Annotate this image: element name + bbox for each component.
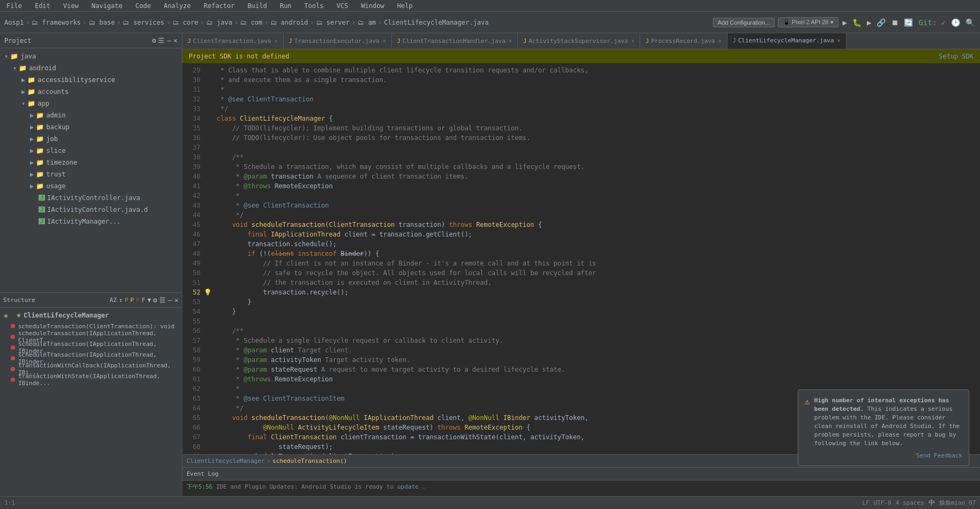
- tab-close-icon[interactable]: ×: [718, 38, 722, 44]
- breadcrumb-am[interactable]: 🗂 am: [358, 19, 376, 26]
- breadcrumb-aosp[interactable]: Aosp1: [4, 19, 24, 26]
- update-link[interactable]: update: [397, 483, 419, 490]
- structure-method-6[interactable]: transactionWithState(IApplicationThread,…: [0, 374, 182, 385]
- tree-accounts[interactable]: ▶ 📁 accounts: [0, 86, 182, 98]
- close-icon[interactable]: ×: [174, 296, 179, 304]
- menu-refactor[interactable]: Refactor: [202, 2, 237, 10]
- breadcrumb-frameworks[interactable]: 🗂 frameworks: [32, 19, 80, 26]
- filter-icon[interactable]: ▼: [147, 297, 151, 304]
- tree-job[interactable]: ▶ 📁 job: [0, 133, 182, 145]
- clock-icon[interactable]: 🕐: [950, 17, 961, 28]
- tree-trust[interactable]: ▶ 📁 trust: [0, 168, 182, 180]
- tree-backup[interactable]: ▶ 📁 backup: [0, 121, 182, 133]
- ime-label[interactable]: 中: [929, 498, 935, 507]
- event-log-header[interactable]: Event Log: [182, 468, 980, 481]
- tab-transaction-executor[interactable]: J TransactionExecutor.java ×: [284, 33, 392, 49]
- class-open-icon: ●: [4, 313, 8, 319]
- panel-gear-icon[interactable]: ⚙: [152, 36, 157, 45]
- tree-accessibilityservice[interactable]: ▶ 📁 accessibilityservice: [0, 74, 182, 86]
- private-icon[interactable]: P: [136, 297, 140, 304]
- panel-settings-icon[interactable]: ☰: [158, 36, 165, 45]
- menu-vcs[interactable]: VCS: [335, 2, 351, 10]
- tab-close-icon[interactable]: ×: [837, 38, 841, 43]
- run-button[interactable]: ▶: [842, 17, 848, 28]
- tab-client-transaction[interactable]: J ClientTransaction.java ×: [182, 33, 284, 49]
- gutter-icon-52[interactable]: 💡: [204, 287, 211, 297]
- tab-activity-stack-supervisor[interactable]: J ActivityStackSupervisor.java ×: [518, 33, 641, 49]
- add-configuration-button[interactable]: Add Configuration...: [713, 18, 775, 27]
- folder-icon: 📁: [36, 182, 44, 190]
- class-dot: [17, 314, 20, 317]
- menu-window[interactable]: Window: [359, 2, 386, 10]
- menu-analyze[interactable]: Analyze: [161, 2, 193, 10]
- tab-close-icon[interactable]: ×: [383, 38, 386, 44]
- setup-sdk-link[interactable]: Setup SDK: [939, 53, 974, 60]
- debug-button[interactable]: 🐛: [851, 17, 863, 28]
- event-log: Event Log 下午5:56 IDE and Plugin Updates:…: [182, 467, 980, 496]
- tree-iactivitymanager[interactable]: 🅹 IActivityManager...: [0, 216, 182, 227]
- menu-code[interactable]: Code: [133, 2, 153, 10]
- menu-help[interactable]: Help: [395, 2, 415, 10]
- structure-toolbar: Structure AZ ↕ P P P F ▼ ⚙ ☰ — ×: [0, 293, 182, 308]
- menu-view[interactable]: View: [61, 2, 81, 10]
- tree-slice[interactable]: ▶ 📁 slice: [0, 145, 182, 157]
- breadcrumb-java[interactable]: 🗂 java: [206, 19, 232, 26]
- sort-type-icon[interactable]: ↕: [119, 297, 123, 304]
- breadcrumb-base[interactable]: 🗂 base: [89, 19, 115, 26]
- tree-label: IActivityController.java: [47, 194, 140, 202]
- tab-close-icon[interactable]: ×: [509, 38, 512, 44]
- tree-timezone[interactable]: ▶ 📁 timezone: [0, 157, 182, 168]
- structure-panel: Structure AZ ↕ P P P F ▼ ⚙ ☰ — × ● Clien…: [0, 292, 182, 496]
- breadcrumb-method[interactable]: scheduleTransaction(): [272, 458, 347, 464]
- folder-icon: 📁: [36, 147, 44, 154]
- panel-close-icon[interactable]: ×: [173, 36, 177, 45]
- sync-button[interactable]: 🔄: [903, 17, 914, 28]
- protected-icon[interactable]: P: [130, 297, 134, 304]
- folder-icon: 📁: [36, 171, 44, 178]
- menu-navigate[interactable]: Navigate: [90, 2, 125, 10]
- tree-admin[interactable]: ▶ 📁 admin: [0, 109, 182, 121]
- project-panel-title: Project: [4, 37, 150, 45]
- tree-iactivitycontroller-d[interactable]: 🅹 IActivityController.java.d: [0, 204, 182, 216]
- stop-button[interactable]: ⏹: [890, 17, 900, 28]
- menu-run[interactable]: Run: [278, 2, 294, 10]
- breadcrumb-class[interactable]: ClientLifecycleManager: [187, 458, 265, 464]
- attach-debugger[interactable]: 🔗: [875, 17, 887, 28]
- minimize-icon[interactable]: —: [168, 296, 172, 304]
- settings-icon[interactable]: ☰: [159, 296, 166, 304]
- device-selector[interactable]: 📱 Pixel 2 API 28 ▾: [778, 17, 838, 27]
- menu-file[interactable]: File: [4, 2, 24, 10]
- panel-minimize-icon[interactable]: —: [167, 36, 171, 45]
- expand-all-icon[interactable]: ⚙: [153, 296, 158, 304]
- tree-usage[interactable]: ▶ 📁 usage: [0, 180, 182, 192]
- structure-class[interactable]: ● ClientLifecycleManager: [0, 310, 182, 321]
- tab-close-icon[interactable]: ×: [274, 38, 278, 44]
- menu-build[interactable]: Build: [246, 2, 269, 10]
- tree-android[interactable]: ▾ 📁 android: [0, 62, 182, 74]
- send-feedback-link[interactable]: Send Feedback: [916, 452, 962, 459]
- menu-edit[interactable]: Edit: [33, 2, 53, 10]
- public-icon[interactable]: P: [124, 297, 128, 304]
- breadcrumb-android[interactable]: 🗂 android: [271, 19, 308, 26]
- tree-label: IActivityManager...: [47, 218, 121, 225]
- breadcrumb-file[interactable]: ClientLifecycleManager.java: [384, 19, 488, 26]
- breadcrumb-services[interactable]: 🗂 services: [123, 19, 164, 26]
- sort-alpha-icon[interactable]: AZ: [110, 297, 117, 304]
- menu-tools[interactable]: Tools: [302, 2, 326, 10]
- breadcrumb-core[interactable]: 🗂 core: [173, 19, 198, 26]
- method-access-dot: [11, 356, 15, 360]
- tab-label: ClientTransaction.java: [193, 38, 271, 45]
- tree-iactivitycontroller[interactable]: 🅹 IActivityController.java: [0, 192, 182, 204]
- breadcrumb-com[interactable]: 🗂 com: [240, 19, 262, 26]
- tree-app[interactable]: ▾ 📁 app: [0, 98, 182, 109]
- search-everywhere[interactable]: 🔍: [964, 17, 976, 28]
- tree-label: accessibilityservice: [38, 76, 115, 84]
- tree-java[interactable]: ▾ 📁 java: [0, 50, 182, 62]
- fields-icon[interactable]: F: [142, 297, 145, 304]
- tab-client-transaction-handler[interactable]: J ClientTransactionHandler.java ×: [392, 33, 518, 49]
- tab-process-record[interactable]: J ProcessRecord.java ×: [640, 33, 727, 49]
- tab-close-icon[interactable]: ×: [631, 38, 634, 44]
- breadcrumb-server[interactable]: 🗂 server: [316, 19, 350, 26]
- tab-client-lifecycle-manager[interactable]: J ClientLifecycleManager.java ×: [727, 33, 847, 49]
- run-coverage[interactable]: ▶: [866, 17, 872, 28]
